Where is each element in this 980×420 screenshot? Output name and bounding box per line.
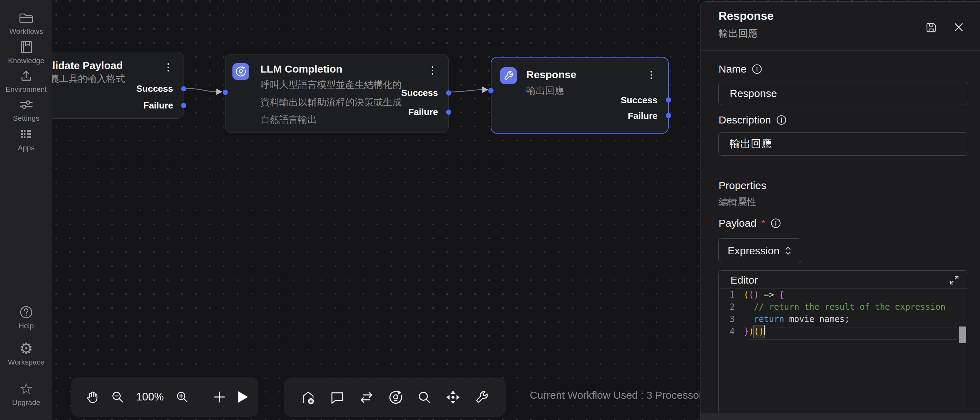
code-line[interactable]: 4})() bbox=[719, 325, 968, 338]
port-failure-out[interactable] bbox=[181, 103, 186, 108]
code-line[interactable]: 2 // return the result of the expression bbox=[719, 301, 968, 313]
indent-guide bbox=[756, 301, 756, 325]
port-success-out[interactable] bbox=[446, 90, 451, 95]
port-input[interactable] bbox=[488, 88, 493, 93]
upload-icon bbox=[0, 68, 52, 84]
expand-icon[interactable] bbox=[949, 275, 959, 285]
add-node-icon[interactable] bbox=[301, 390, 316, 405]
add-icon[interactable] bbox=[213, 390, 226, 404]
star-icon: ☆ bbox=[0, 381, 52, 397]
port-failure-out[interactable] bbox=[666, 113, 671, 118]
panel-subtitle: 輸出回應 bbox=[719, 27, 758, 40]
sidebar-item-label: Knowledge bbox=[0, 57, 52, 65]
search-icon[interactable] bbox=[417, 390, 432, 405]
node-subtitle: 呼叫大型語言模型並產生結構化的資料輸出以輔助流程的決策或生成自然語言輸出 bbox=[260, 76, 406, 128]
panel-bottom-scrollbar[interactable] bbox=[700, 414, 980, 420]
tools-wrench-icon[interactable] bbox=[474, 390, 489, 405]
port-label-success: Success bbox=[401, 87, 438, 98]
payload-type-select[interactable]: Expression bbox=[718, 238, 801, 263]
node-menu-button[interactable] bbox=[430, 65, 435, 76]
port-failure-out[interactable] bbox=[446, 109, 451, 115]
sidebar-item-settings[interactable]: Settings bbox=[0, 97, 52, 122]
port-success-out[interactable] bbox=[181, 86, 186, 91]
gear-icon: ⚙ bbox=[0, 341, 52, 357]
required-asterisk: * bbox=[761, 217, 765, 229]
port-label-failure: Failure bbox=[143, 100, 173, 111]
folder-icon bbox=[0, 10, 52, 26]
zoom-out-icon[interactable] bbox=[111, 390, 124, 404]
node-title: Validate Payload bbox=[40, 60, 123, 71]
description-input[interactable] bbox=[718, 132, 968, 155]
info-icon[interactable] bbox=[751, 63, 762, 74]
sidebar-item-label: Settings bbox=[0, 114, 52, 122]
port-success-out[interactable] bbox=[666, 97, 671, 103]
save-icon[interactable] bbox=[925, 21, 937, 34]
editor-scrollbar[interactable] bbox=[958, 289, 968, 415]
run-play-icon[interactable] bbox=[239, 391, 248, 403]
editor-title: Editor bbox=[730, 274, 758, 286]
book-icon bbox=[0, 39, 52, 55]
expression-editor: Editor 1(() => {2 // return the result o… bbox=[718, 270, 968, 415]
node-title: Response bbox=[526, 69, 576, 81]
sidebar-item-knowledge[interactable]: Knowledge bbox=[0, 39, 52, 65]
scrollbar-thumb[interactable] bbox=[959, 326, 966, 343]
sidebar-item-environment[interactable]: Environment bbox=[0, 68, 52, 94]
sliders-icon bbox=[0, 97, 52, 113]
node-response[interactable]: Response 輸出回應 Success Failure bbox=[491, 57, 669, 134]
sidebar-item-upgrade[interactable]: ☆ Upgrade bbox=[0, 381, 52, 407]
name-input[interactable] bbox=[718, 82, 968, 105]
description-field-label: Description bbox=[719, 114, 787, 126]
port-label-failure: Failure bbox=[408, 107, 438, 117]
sidebar-item-label: Environment bbox=[0, 85, 52, 94]
swap-arrows-icon[interactable] bbox=[358, 389, 374, 405]
plugin-diamond-icon[interactable] bbox=[445, 390, 461, 405]
properties-section-subtitle: 編輯屬性 bbox=[719, 196, 756, 208]
node-config-panel: Response 輸出回應 Name bbox=[700, 2, 980, 420]
sidebar-item-label: Workflows bbox=[0, 27, 52, 36]
comment-icon[interactable] bbox=[329, 390, 345, 405]
question-circle-icon bbox=[0, 304, 52, 320]
code-area[interactable]: 1(() => {2 // return the result of the e… bbox=[719, 289, 968, 415]
sidebar-item-label: Upgrade bbox=[0, 398, 52, 407]
info-icon[interactable] bbox=[770, 218, 781, 229]
port-input[interactable] bbox=[223, 90, 228, 95]
node-subtitle: 定義工具的輸入格式 bbox=[40, 70, 125, 87]
app-sidebar: Workflows Knowledge Environment bbox=[0, 0, 52, 420]
workflow-editor-app: Validate Payload 定義工具的輸入格式 Success Failu… bbox=[0, 0, 980, 420]
panel-title: Response bbox=[719, 10, 774, 23]
node-menu-button[interactable] bbox=[649, 70, 654, 81]
workflow-usage-status: Current Workflow Used : 3 Processors bbox=[530, 389, 725, 401]
llm-cycle-bulb-icon bbox=[232, 63, 249, 80]
payload-field-label: Payload * bbox=[719, 217, 781, 229]
close-icon[interactable] bbox=[953, 21, 965, 33]
sidebar-item-apps[interactable]: Apps bbox=[0, 126, 52, 152]
sidebar-item-label: Workspace bbox=[0, 358, 52, 366]
sidebar-item-label: Help bbox=[0, 322, 52, 330]
node-menu-button[interactable] bbox=[166, 62, 171, 73]
port-label-failure: Failure bbox=[628, 111, 657, 121]
port-label-success: Success bbox=[136, 83, 173, 94]
node-subtitle: 輸出回應 bbox=[526, 82, 564, 100]
sidebar-item-help[interactable]: Help bbox=[0, 304, 52, 330]
sidebar-item-label: Apps bbox=[0, 144, 52, 152]
name-field-label: Name bbox=[719, 63, 762, 75]
node-llm-completion[interactable]: LLM Completion 呼叫大型語言模型並產生結構化的資料輸出以輔助流程的… bbox=[225, 54, 449, 133]
code-line[interactable]: 1(() => { bbox=[719, 289, 968, 301]
panel-header: Response 輸出回應 bbox=[700, 2, 980, 50]
canvas-zoom-toolbar: 100% bbox=[71, 377, 258, 417]
code-line[interactable]: 3 return movie_names; bbox=[719, 313, 968, 325]
pan-hand-icon[interactable] bbox=[85, 390, 99, 404]
node-title: LLM Completion bbox=[260, 63, 342, 75]
wrench-icon bbox=[500, 67, 517, 84]
editor-header: Editor bbox=[719, 271, 968, 289]
chevron-up-down-icon bbox=[784, 246, 792, 256]
sidebar-item-workspace[interactable]: ⚙ Workspace bbox=[0, 341, 52, 366]
text-cursor bbox=[764, 325, 765, 335]
sidebar-item-workflows[interactable]: Workflows bbox=[0, 10, 52, 36]
canvas-tools-toolbar bbox=[284, 377, 506, 417]
properties-section-title: Properties bbox=[719, 180, 767, 192]
info-icon[interactable] bbox=[776, 114, 787, 125]
zoom-level[interactable]: 100% bbox=[136, 391, 164, 403]
zoom-in-icon[interactable] bbox=[175, 390, 189, 404]
llm-cycle-bulb-icon[interactable] bbox=[388, 390, 403, 405]
